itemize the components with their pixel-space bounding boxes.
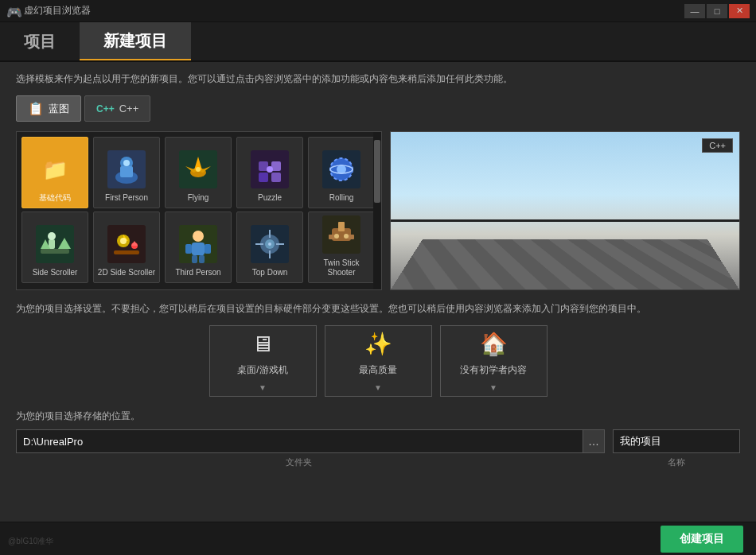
quality-icon: ✨ [364,331,392,357]
template-scrollbar[interactable] [373,132,381,289]
svg-rect-37 [205,244,211,254]
svg-rect-15 [271,173,281,182]
cpp-label: C++ [119,103,139,114]
basic-label: 基础代码 [39,193,71,203]
template-item-third-person[interactable]: Third Person [165,212,232,283]
scrollbar-thumb [374,140,380,203]
svg-rect-14 [259,173,268,182]
dark-stripe [391,219,739,222]
platform-arrow-icon: ▼ [259,383,267,392]
rolling-label: Rolling [329,193,354,203]
description-text: 选择模板来作为起点以用于您的新项目。您可以通过点击内容浏览器中的添加功能或内容包… [16,72,740,86]
settings-section: 为您的项目选择设置。不要担心，您可以稍后在项目设置的目标硬件部分变更这些设置。您… [16,301,740,397]
side-scroller-icon [33,222,77,266]
template-item-twin-stick[interactable]: Twin Stick Shooter [308,212,375,283]
2d-side-scroller-icon [104,222,149,266]
svg-point-53 [334,234,339,239]
template-item-flying[interactable]: Flying [165,137,232,208]
quality-arrow-icon: ▼ [374,383,382,392]
tab-bar: 项目 新建项目 [0,22,756,62]
lang-tab-cpp[interactable]: C++ C++ [84,95,150,122]
create-project-button[interactable]: 创建项目 [661,526,743,553]
close-button[interactable]: ✕ [729,4,750,18]
tab-projects[interactable]: 项目 [0,22,80,60]
template-item-2d-side-scroller[interactable]: 2D Side Scroller [93,212,160,283]
preview-badge: C++ [702,138,733,153]
titlebar: 🎮 虚幻项目浏览器 — □ ✕ [0,0,756,22]
platform-setting-button[interactable]: 🖥 桌面/游戏机 ▼ [209,325,317,397]
template-item-rolling[interactable]: Rolling [308,137,375,208]
lang-tab-blueprint[interactable]: 📋 蓝图 [16,95,81,122]
puzzle-icon [247,147,292,192]
svg-point-4 [123,160,130,166]
starter-label: 没有初学者内容 [460,363,527,377]
filepath-row: … [16,429,740,453]
svg-rect-39 [199,255,205,263]
settings-description: 为您的项目选择设置。不要担心，您可以稍后在项目设置的目标硬件部分变更这些设置。您… [16,301,740,316]
blueprint-icon: 📋 [28,101,44,116]
tab-new-project[interactable]: 新建项目 [80,22,191,60]
twin-stick-label: Twin Stick Shooter [309,258,374,278]
platform-label: 桌面/游戏机 [237,363,287,377]
app-icon: 🎮 [6,5,19,17]
template-item-basic[interactable]: 📁 基础代码 [21,137,88,208]
svg-rect-38 [192,255,197,263]
2d-side-scroller-label: 2D Side Scroller [98,268,155,278]
template-item-side-scroller[interactable]: Side Scroller [21,212,88,283]
svg-point-34 [193,231,204,242]
third-person-label: Third Person [175,268,220,278]
svg-rect-3 [120,166,133,177]
filepath-labels: 文件夹 名称 [16,456,740,468]
template-grid: 📁 基础代码 [17,132,381,289]
first-person-label: First Person [105,193,148,203]
ground-plane [391,239,739,289]
svg-rect-36 [185,244,192,254]
svg-point-54 [344,234,349,239]
folder-label: 文件夹 [0,456,605,468]
name-label: 名称 [613,456,740,468]
svg-rect-23 [41,249,69,254]
svg-point-25 [48,232,56,240]
filepath-section: 为您的项目选择存储的位置。 … 文件夹 名称 [16,409,740,468]
bottom-bar: @bIG10准华 创建项目 [0,522,756,555]
svg-point-10 [196,167,201,172]
template-item-first-person[interactable]: First Person [93,137,160,208]
template-item-top-down[interactable]: Top Down [236,212,303,283]
sky-background [391,132,739,289]
first-person-icon [104,147,149,192]
project-name-input[interactable] [613,429,740,453]
preview-panel: C++ [390,131,740,290]
quality-setting-button[interactable]: ✨ 最高质量 ▼ [325,325,432,397]
svg-point-16 [267,166,273,173]
top-down-icon [247,222,292,266]
watermark: @bIG10准华 [8,536,53,547]
filepath-browse-button[interactable]: … [583,429,605,453]
template-area: 📁 基础代码 [16,131,740,290]
svg-rect-52 [338,222,345,231]
starter-setting-button[interactable]: 🏠 没有初学者内容 ▼ [440,325,548,397]
rolling-icon [319,147,364,192]
svg-rect-24 [49,239,55,249]
maximize-button[interactable]: □ [707,4,727,18]
minimize-button[interactable]: — [684,4,705,18]
platform-icon: 🖥 [251,331,274,357]
template-grid-wrapper: 📁 基础代码 [16,131,382,290]
flying-label: Flying [188,193,209,203]
svg-rect-50 [329,235,335,239]
cpp-icon: C++ [96,103,115,114]
svg-point-30 [120,238,127,244]
twin-stick-icon [319,212,364,257]
starter-icon: 🏠 [480,331,508,357]
filepath-input[interactable] [16,429,583,453]
window-title: 虚幻项目浏览器 [24,4,684,17]
third-person-icon [176,222,220,266]
quality-label: 最高质量 [359,363,397,377]
top-down-label: Top Down [252,268,287,278]
side-scroller-label: Side Scroller [33,268,78,278]
svg-rect-31 [114,250,139,254]
puzzle-label: Puzzle [258,193,282,203]
preview-scene [391,132,739,289]
svg-point-43 [268,243,271,246]
lang-tabs: 📋 蓝图 C++ C++ [16,95,740,122]
template-item-puzzle[interactable]: Puzzle [236,137,303,208]
